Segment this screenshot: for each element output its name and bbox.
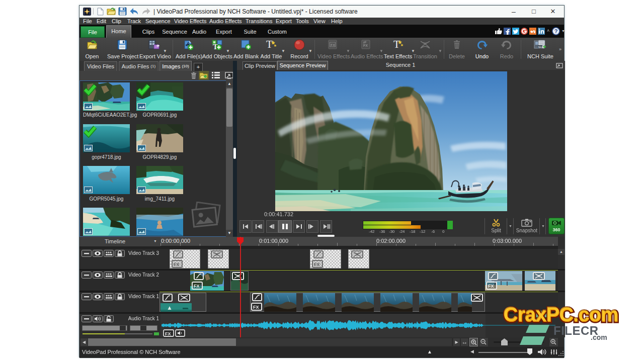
- svg-text:?: ?: [554, 28, 558, 34]
- svg-text:FX: FX: [363, 44, 368, 47]
- svg-text:T: T: [266, 39, 273, 50]
- svg-text:SUB: SUB: [538, 46, 545, 49]
- svg-text:FX: FX: [174, 262, 180, 267]
- svg-text:FX: FX: [314, 262, 320, 267]
- svg-text:CraxPC.com: CraxPC.com: [503, 303, 618, 325]
- svg-text:FX: FX: [253, 305, 259, 310]
- svg-text:FX: FX: [194, 284, 200, 289]
- svg-text:FX: FX: [165, 331, 171, 336]
- svg-text:FX: FX: [488, 284, 494, 289]
- svg-text:FX: FX: [331, 43, 335, 47]
- svg-text:T: T: [393, 39, 400, 50]
